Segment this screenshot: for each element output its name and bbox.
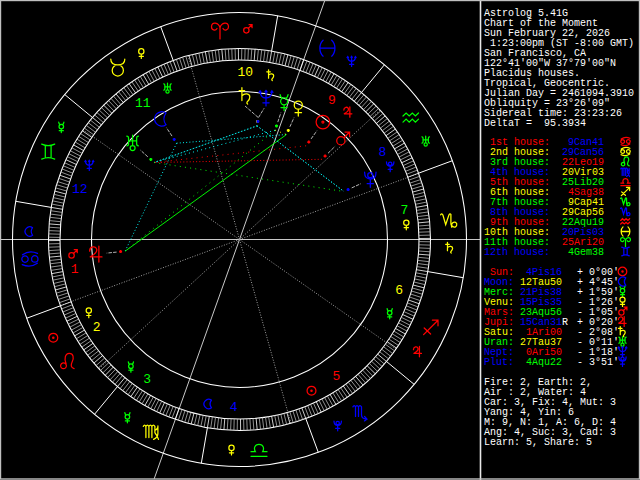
svg-text:6: 6 [395, 283, 403, 298]
svg-text:12: 12 [72, 182, 88, 197]
svg-text:12th house:: 12th house: [484, 247, 550, 258]
svg-text:Plut:: Plut: [478, 357, 514, 368]
svg-text:10: 10 [237, 65, 253, 80]
svg-text:3: 3 [143, 372, 151, 387]
svg-text:4Gem38: 4Gem38 [562, 247, 604, 258]
svg-text:4Aqu22: 4Aqu22 [520, 357, 562, 368]
svg-text:8: 8 [378, 145, 386, 160]
svg-text:7: 7 [400, 203, 408, 218]
svg-text:11: 11 [135, 96, 151, 111]
svg-text:R: R [562, 317, 568, 328]
svg-text:DeltaT = 95.3934: DeltaT = 95.3934 [484, 118, 586, 129]
svg-text:9: 9 [328, 93, 336, 108]
svg-text:1: 1 [71, 262, 79, 277]
svg-text:5: 5 [332, 369, 340, 384]
svg-text:2: 2 [93, 320, 101, 335]
svg-text:Learn: 5, Share: 5: Learn: 5, Share: 5 [484, 437, 592, 448]
svg-text:4: 4 [230, 400, 238, 415]
svg-text:- 3°51': - 3°51' [577, 357, 619, 368]
